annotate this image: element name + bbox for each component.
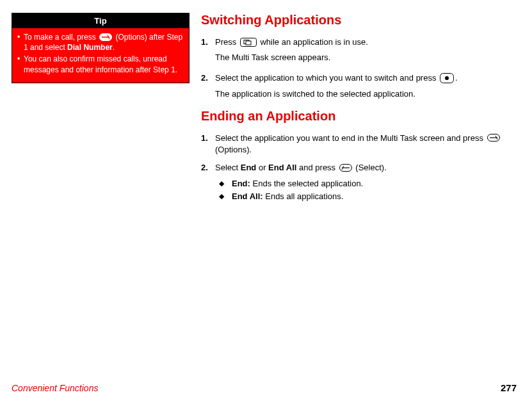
tip-text: . <box>113 43 115 52</box>
footer-section: Convenient Functions <box>12 383 98 393</box>
step-number: 1. <box>201 133 215 156</box>
bullet-text: Ends the selected application. <box>250 179 363 188</box>
step-body: Press while an application is in use. <box>215 37 513 48</box>
multitask-key-icon <box>240 38 257 47</box>
list-item: End All: Ends all applications. <box>219 190 513 203</box>
bullet-label: End All: <box>232 191 263 201</box>
step-number: 2. <box>201 162 215 174</box>
sidebar: Tip To make a call, press (Options) afte… <box>12 13 189 377</box>
step-bold: End All <box>268 163 296 172</box>
step-text: (Select). <box>353 163 387 172</box>
tip-text: To make a call, press <box>24 33 98 42</box>
list-item: End: Ends the selected application. <box>219 177 513 190</box>
step: 1. Select the application you want to en… <box>201 133 513 156</box>
step-text: and press <box>296 163 337 172</box>
page-footer: Convenient Functions 277 <box>12 377 517 406</box>
step-text: Press <box>215 37 239 47</box>
tip-box: Tip To make a call, press (Options) afte… <box>12 13 189 83</box>
step-text: Select the application to which you want… <box>215 73 439 83</box>
heading-ending: Ending an Application <box>201 109 513 124</box>
softkey-icon <box>487 134 500 142</box>
step-body: Select End or End All and press (Select)… <box>215 162 513 174</box>
step: 2. Select End or End All and press (Sele… <box>201 162 513 174</box>
svg-point-7 <box>445 76 449 80</box>
svg-rect-5 <box>246 41 251 45</box>
tip-bold: Dial Number <box>67 43 113 52</box>
heading-switching: Switching Applications <box>201 13 513 28</box>
main-content: Switching Applications 1. Press while an… <box>201 13 517 377</box>
step-body: Select the application you want to end i… <box>215 133 513 156</box>
bullet-text: Ends all applications. <box>263 191 344 201</box>
softkey-icon <box>99 33 112 41</box>
step-body: Select the application to which you want… <box>215 72 513 84</box>
center-key-icon <box>440 73 454 83</box>
bullet-list: End: Ends the selected application. End … <box>219 177 513 202</box>
step-text: . <box>455 73 458 83</box>
bullet-label: End: <box>232 179 250 188</box>
tip-title: Tip <box>12 13 189 28</box>
step-text: while an application is in use. <box>258 37 368 47</box>
step: 2. Select the application to which you w… <box>201 72 513 84</box>
step-bold: End <box>241 163 257 172</box>
tip-item: You can also confirm missed calls, unrea… <box>17 54 184 74</box>
step-text: Select the application you want to end i… <box>215 133 486 143</box>
step-text: Select <box>215 163 241 172</box>
page-number: 277 <box>501 382 517 393</box>
step-number: 1. <box>201 37 215 48</box>
step: 1. Press while an application is in use. <box>201 37 513 48</box>
step-number: 2. <box>201 72 215 84</box>
step-sub: The application is switched to the selec… <box>215 88 513 100</box>
softkey-icon <box>339 164 352 172</box>
tip-text: You can also confirm missed calls, unrea… <box>24 54 177 74</box>
tip-item: To make a call, press (Options) after St… <box>17 32 184 53</box>
tip-body: To make a call, press (Options) after St… <box>12 28 189 83</box>
step-sub: The Multi Task screen appears. <box>215 52 513 63</box>
step-text: (Options). <box>215 145 252 154</box>
step-text: or <box>256 163 268 172</box>
